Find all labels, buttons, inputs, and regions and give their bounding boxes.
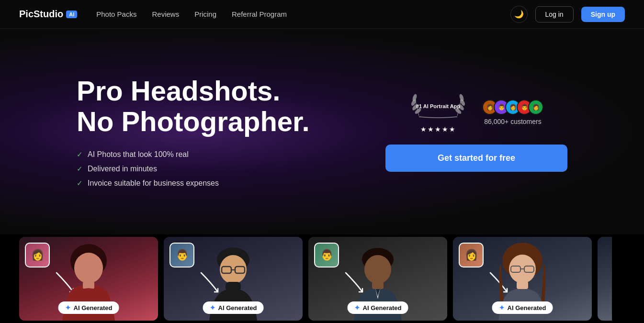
hero-content: Pro Headshots. No Photographer. ✓ AI Pho… <box>0 76 644 188</box>
gallery-item-1: 👩 ✦ AI Generated <box>19 237 158 321</box>
gallery-item-4: 👩 ✦ <box>453 237 592 321</box>
gallery-item-3: 👨 ✦ AI Generated <box>308 237 447 321</box>
gallery-item-5-partial <box>598 237 612 321</box>
ai-badge-3: ✦ AI Generated <box>348 301 408 314</box>
feature-1: ✓ AI Photos that look 100% real <box>77 150 357 159</box>
ai-star-icon-4: ✦ <box>499 304 505 312</box>
ai-star-icon-3: ✦ <box>354 304 360 312</box>
customers-section: 👩 👨 👩 👨 👩 86,000+ customers <box>482 100 543 125</box>
svg-rect-29 <box>517 281 528 289</box>
hero-section: Pro Headshots. No Photographer. ✓ AI Pho… <box>0 29 644 234</box>
nav-link-pricing[interactable]: Pricing <box>194 10 216 18</box>
feature-3: ✓ Invoice suitable for business expenses <box>77 179 357 188</box>
social-proof: #1 AI Portrait App ★★★★★ 👩 👨 👩 👨 👩 86,00… <box>409 92 543 133</box>
theme-toggle-button[interactable]: 🌙 <box>510 6 528 23</box>
svg-rect-18 <box>226 282 241 291</box>
gallery-section: 👩 ✦ AI Generated <box>0 234 644 323</box>
hero-features: ✓ AI Photos that look 100% real ✓ Delive… <box>77 150 357 188</box>
ai-star-icon-1: ✦ <box>65 304 71 312</box>
gallery-photo-5 <box>598 237 612 321</box>
customer-count: 86,000+ customers <box>484 118 541 125</box>
nav-link-reviews[interactable]: Reviews <box>152 10 179 18</box>
svg-rect-12 <box>83 281 94 289</box>
nav-links: Photo Packs Reviews Pricing Referral Pro… <box>96 10 287 18</box>
ai-badge-4: ✦ AI Generated <box>492 301 553 314</box>
signup-button[interactable]: Sign up <box>581 7 625 22</box>
check-icon-1: ✓ <box>77 150 83 159</box>
nav-link-photo-packs[interactable]: Photo Packs <box>96 10 136 18</box>
ai-star-icon-2: ✦ <box>210 304 215 312</box>
login-button[interactable]: Log in <box>535 6 574 22</box>
check-icon-3: ✓ <box>77 179 83 188</box>
logo[interactable]: PicStudio AI <box>19 9 77 20</box>
check-icon-2: ✓ <box>77 165 83 173</box>
logo-ai-badge: AI <box>66 11 77 18</box>
award-rank: #1 AI Portrait App <box>416 103 460 109</box>
hero-title: Pro Headshots. No Photographer. <box>77 76 357 137</box>
award-badge: #1 AI Portrait App ★★★★★ <box>409 92 467 133</box>
ai-badge-2: ✦ AI Generated <box>203 301 264 314</box>
award-text: #1 AI Portrait App <box>416 103 460 109</box>
gallery-item-2: 👨 ✦ AI Generated <box>164 237 303 321</box>
customer-avatars: 👩 👨 👩 👨 👩 <box>482 100 543 115</box>
navbar: PicStudio AI Photo Packs Reviews Pricing… <box>0 0 644 29</box>
award-wreath: #1 AI Portrait App <box>409 92 467 121</box>
logo-text: PicStudio <box>19 9 63 20</box>
ai-badge-1: ✦ AI Generated <box>58 301 119 314</box>
svg-rect-23 <box>372 281 384 289</box>
navbar-right: 🌙 Log in Sign up <box>510 6 625 23</box>
feature-2: ✓ Delivered in minutes <box>77 165 357 173</box>
nav-link-referral[interactable]: Referral Program <box>232 10 287 18</box>
award-stars: ★★★★★ <box>420 125 456 133</box>
svg-point-20 <box>364 255 391 284</box>
hero-title-line1: Pro Headshots. <box>77 75 280 106</box>
svg-point-11 <box>74 253 103 283</box>
hero-right: #1 AI Portrait App ★★★★★ 👩 👨 👩 👨 👩 86,00… <box>385 92 567 172</box>
navbar-left: PicStudio AI Photo Packs Reviews Pricing… <box>19 9 287 20</box>
hero-left: Pro Headshots. No Photographer. ✓ AI Pho… <box>77 76 357 188</box>
avatar-5: 👩 <box>528 100 543 115</box>
hero-title-line2: No Photographer. <box>77 106 310 137</box>
cta-button[interactable]: Get started for free <box>385 145 567 172</box>
